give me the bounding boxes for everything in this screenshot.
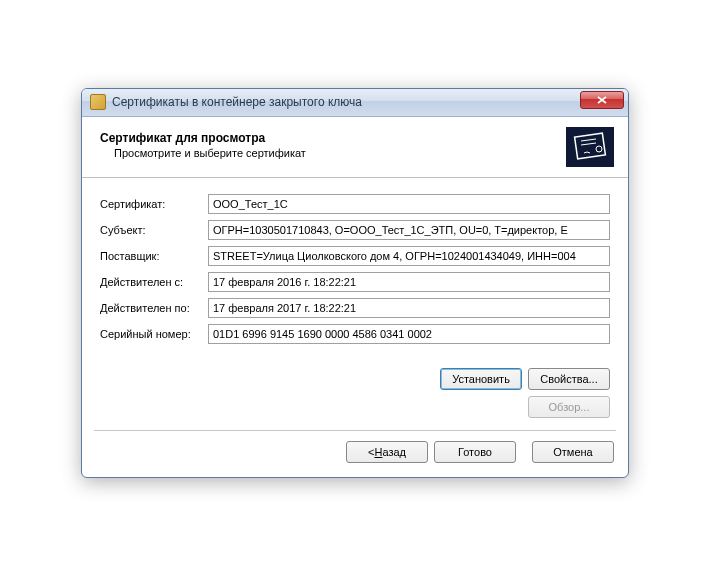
- value-issuer[interactable]: STREET=Улица Циолковского дом 4, ОГРН=10…: [208, 246, 610, 266]
- row-valid-to: Действителен по: 17 февраля 2017 г. 18:2…: [100, 298, 610, 318]
- window-title: Сертификаты в контейнере закрытого ключа: [112, 95, 580, 109]
- value-valid-from[interactable]: 17 февраля 2016 г. 18:22:21: [208, 272, 610, 292]
- titlebar: Сертификаты в контейнере закрытого ключа: [82, 89, 628, 117]
- close-icon: [597, 96, 607, 104]
- header-subtitle: Просмотрите и выберите сертификат: [114, 147, 566, 159]
- row-serial: Серийный номер: 01D1 6996 9145 1690 0000…: [100, 324, 610, 344]
- value-serial[interactable]: 01D1 6996 9145 1690 0000 4586 0341 0002: [208, 324, 610, 344]
- browse-button: Обзор...: [528, 396, 610, 418]
- svg-rect-0: [566, 127, 614, 167]
- header-panel: Сертификат для просмотра Просмотрите и в…: [82, 117, 628, 178]
- certificate-container-icon: [90, 94, 106, 110]
- row-valid-from: Действителен с: 17 февраля 2016 г. 18:22…: [100, 272, 610, 292]
- certificate-icon: [566, 127, 614, 167]
- label-issuer: Поставщик:: [100, 250, 208, 262]
- close-button[interactable]: [580, 91, 624, 109]
- action-buttons-row-2: Обзор...: [82, 396, 628, 424]
- finish-button[interactable]: Готово: [434, 441, 516, 463]
- row-issuer: Поставщик: STREET=Улица Циолковского дом…: [100, 246, 610, 266]
- value-valid-to[interactable]: 17 февраля 2017 г. 18:22:21: [208, 298, 610, 318]
- footer-buttons: < Назад Готово Отмена: [82, 431, 628, 477]
- install-button[interactable]: Установить: [440, 368, 522, 390]
- label-valid-to: Действителен по:: [100, 302, 208, 314]
- action-buttons-row-1: Установить Свойства...: [82, 360, 628, 396]
- label-certificate: Сертификат:: [100, 198, 208, 210]
- cancel-button[interactable]: Отмена: [532, 441, 614, 463]
- row-subject: Субъект: ОГРН=1030501710843, O=ООО_Тест_…: [100, 220, 610, 240]
- label-subject: Субъект:: [100, 224, 208, 236]
- dialog-window: Сертификаты в контейнере закрытого ключа…: [81, 88, 629, 478]
- label-valid-from: Действителен с:: [100, 276, 208, 288]
- back-button[interactable]: < Назад: [346, 441, 428, 463]
- header-text: Сертификат для просмотра Просмотрите и в…: [100, 127, 566, 159]
- value-certificate[interactable]: ООО_Тест_1С: [208, 194, 610, 214]
- dialog-content: Сертификат для просмотра Просмотрите и в…: [82, 117, 628, 477]
- value-subject[interactable]: ОГРН=1030501710843, O=ООО_Тест_1С_ЭТП, O…: [208, 220, 610, 240]
- header-title: Сертификат для просмотра: [100, 131, 566, 145]
- label-serial: Серийный номер:: [100, 328, 208, 340]
- certificate-form: Сертификат: ООО_Тест_1С Субъект: ОГРН=10…: [82, 178, 628, 360]
- row-certificate: Сертификат: ООО_Тест_1С: [100, 194, 610, 214]
- properties-button[interactable]: Свойства...: [528, 368, 610, 390]
